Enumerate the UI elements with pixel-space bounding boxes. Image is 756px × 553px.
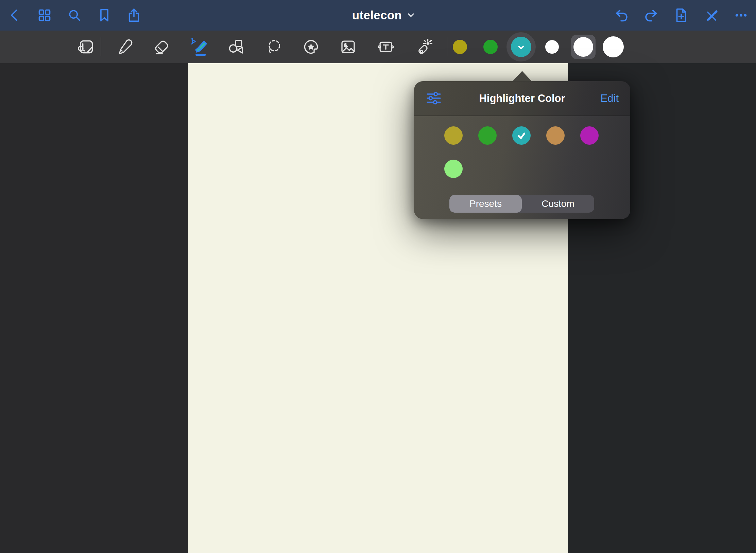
- stroke-size-large[interactable]: [603, 36, 624, 57]
- share-button[interactable]: [126, 7, 142, 23]
- swatch-chevron-down-icon: [517, 43, 526, 52]
- more-button[interactable]: [733, 7, 749, 23]
- stylus-cross-icon: [703, 7, 719, 23]
- eraser-tool[interactable]: [151, 36, 172, 58]
- bookmark-button[interactable]: [97, 7, 112, 23]
- stickers-tool[interactable]: [300, 36, 322, 58]
- thumbnails-button[interactable]: [37, 7, 52, 23]
- preset-color-olive[interactable]: [444, 126, 463, 145]
- lasso-icon: [265, 38, 283, 56]
- document-title: utelecon: [352, 8, 402, 22]
- add-page-icon: [673, 7, 689, 23]
- stylus-readonly-button[interactable]: [703, 7, 719, 23]
- undo-icon: [614, 7, 630, 23]
- lasso-tool[interactable]: [263, 36, 285, 58]
- search-icon: [67, 8, 82, 23]
- popover-title: Highlighter Color: [479, 92, 565, 105]
- highlighter-color-popover: Highlighter Color Edit Presets Custom: [414, 81, 630, 219]
- preset-color-light-green[interactable]: [444, 160, 463, 178]
- sliders-icon: [425, 91, 443, 107]
- tab-presets[interactable]: Presets: [449, 195, 522, 213]
- color-swatch-teal-selected[interactable]: [506, 32, 536, 61]
- laser-pointer-tool[interactable]: [412, 36, 434, 58]
- shapes-tool[interactable]: [225, 36, 247, 58]
- more-ellipsis-icon: [733, 7, 749, 23]
- pen-tool[interactable]: [114, 36, 135, 58]
- presets-custom-segmented-control: Presets Custom: [449, 195, 594, 213]
- workspace-background-left: [0, 63, 188, 553]
- selected-color-fill: [511, 37, 531, 57]
- page-preview-icon: [76, 37, 96, 56]
- undo-button[interactable]: [614, 7, 630, 23]
- text-tool[interactable]: [375, 36, 397, 58]
- popover-header: Highlighter Color Edit: [414, 81, 630, 116]
- highlighter-icon-active: [189, 37, 209, 57]
- redo-button[interactable]: [643, 7, 659, 23]
- add-page-button[interactable]: [673, 7, 689, 23]
- checkmark-icon: [516, 130, 527, 141]
- highlighter-tool[interactable]: [188, 36, 210, 58]
- grid-icon: [37, 8, 52, 23]
- tab-custom[interactable]: Custom: [522, 195, 594, 213]
- pen-icon: [115, 38, 134, 56]
- stroke-size-medium-selected[interactable]: [571, 35, 596, 59]
- shapes-icon: [227, 38, 245, 56]
- title-chevron-down-icon: [407, 12, 415, 19]
- back-chevron-icon: [7, 8, 22, 23]
- redo-icon: [643, 7, 659, 23]
- back-button[interactable]: [7, 7, 22, 23]
- preset-color-green[interactable]: [478, 126, 497, 145]
- sticker-star-icon: [302, 38, 320, 56]
- tools-toolbar: [0, 31, 756, 63]
- preset-color-magenta[interactable]: [580, 126, 599, 145]
- stroke-size-medium-dot: [573, 37, 593, 57]
- toolbar-divider: [447, 37, 447, 56]
- page-preview-tool[interactable]: [75, 36, 97, 58]
- image-icon: [339, 38, 357, 56]
- laser-pointer-icon: [414, 38, 432, 56]
- text-box-icon: [377, 38, 395, 56]
- document-title-button[interactable]: utelecon: [352, 0, 415, 31]
- share-icon: [126, 7, 142, 23]
- search-button[interactable]: [67, 7, 82, 23]
- edit-colors-button[interactable]: Edit: [601, 92, 619, 105]
- color-swatch-olive[interactable]: [453, 40, 467, 54]
- image-tool[interactable]: [337, 36, 359, 58]
- goodnotes-screen: utelecon: [0, 0, 756, 553]
- preset-color-tan[interactable]: [546, 126, 565, 145]
- toolbar-divider: [101, 37, 101, 56]
- stroke-settings-button[interactable]: [425, 91, 443, 107]
- stroke-size-small[interactable]: [545, 40, 559, 54]
- eraser-icon: [152, 38, 171, 56]
- bookmark-icon: [97, 8, 112, 23]
- top-navigation-bar: utelecon: [0, 0, 756, 31]
- color-swatch-green[interactable]: [483, 40, 498, 54]
- preset-color-teal-selected[interactable]: [512, 126, 531, 145]
